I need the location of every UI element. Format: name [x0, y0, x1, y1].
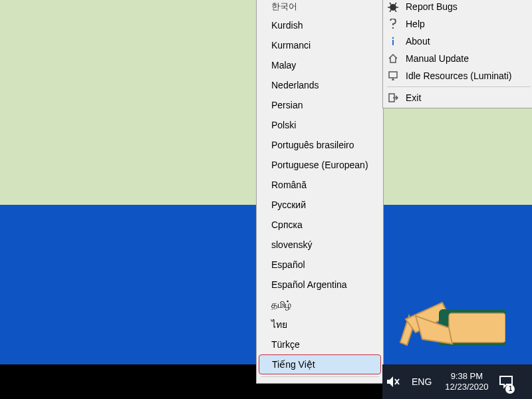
frame: [0, 0, 532, 399]
